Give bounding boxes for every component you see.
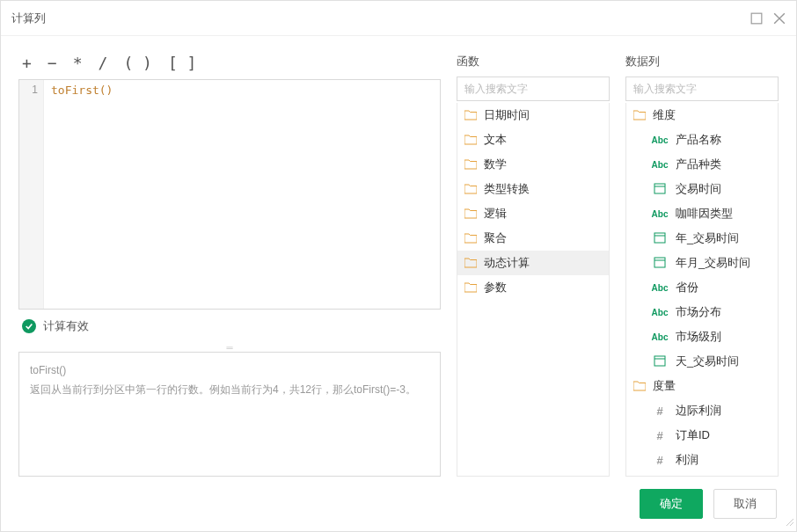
op-parens[interactable]: ( ) — [123, 54, 152, 72]
column-item-label: 利润 — [676, 452, 698, 468]
column-item[interactable]: Abc产品名称 — [626, 128, 778, 152]
column-item[interactable]: #区域代码 — [626, 472, 778, 477]
maximize-icon[interactable] — [750, 12, 763, 25]
column-item[interactable]: 年_交易时间 — [626, 226, 778, 251]
dialog-content: + − * / ( ) [ ] 1 toFirst() 计算有效 ═ — [1, 36, 796, 477]
close-icon[interactable] — [773, 12, 786, 25]
number-type-icon: # — [651, 454, 669, 467]
svg-rect-3 — [654, 233, 665, 243]
function-category-label: 日期时间 — [484, 107, 530, 123]
function-category-label: 类型转换 — [484, 181, 530, 197]
splitter-handle[interactable]: ═ — [18, 343, 441, 352]
description-name: toFirst() — [30, 361, 429, 381]
text-type-icon: Abc — [651, 160, 669, 170]
column-item-label: 产品种类 — [676, 157, 721, 172]
function-category-label: 数学 — [484, 157, 507, 172]
calculated-column-dialog: 计算列 + − * / ( ) [ ] 1 toFir — [0, 0, 797, 532]
resize-grip-icon[interactable] — [784, 516, 794, 529]
column-item-label: 边际利润 — [676, 403, 721, 419]
function-category[interactable]: 日期时间 — [457, 103, 609, 128]
svg-rect-5 — [654, 258, 665, 267]
function-category[interactable]: 参数 — [457, 275, 609, 300]
column-item[interactable]: Abc咖啡因类型 — [626, 201, 778, 226]
dialog-footer: 确定 取消 — [1, 477, 796, 531]
status-text: 计算有效 — [43, 318, 89, 334]
number-type-icon: # — [651, 404, 669, 418]
line-number: 1 — [21, 84, 38, 96]
cancel-button[interactable]: 取消 — [713, 489, 777, 519]
function-category-label: 逻辑 — [484, 206, 507, 222]
text-type-icon: Abc — [651, 332, 669, 342]
column-item-label: 市场级别 — [676, 329, 721, 345]
number-type-icon: # — [651, 429, 669, 442]
columns-search-input[interactable] — [625, 77, 779, 101]
formula-code[interactable]: toFirst() — [44, 80, 440, 309]
formula-editor[interactable]: 1 toFirst() — [18, 79, 441, 310]
date-type-icon — [651, 182, 669, 196]
window-controls — [750, 12, 786, 25]
op-plus[interactable]: + — [22, 54, 32, 72]
column-item-label: 咖啡因类型 — [676, 206, 733, 222]
text-type-icon: Abc — [651, 308, 669, 317]
op-divide[interactable]: / — [99, 54, 108, 72]
operator-toolbar: + − * / ( ) [ ] — [18, 54, 441, 79]
editor-column: + − * / ( ) [ ] 1 toFirst() 计算有效 ═ — [18, 54, 441, 477]
column-group[interactable]: 维度 — [626, 103, 778, 128]
columns-header: 数据列 — [625, 54, 779, 77]
functions-tree[interactable]: 日期时间文本数学类型转换逻辑聚合动态计算参数 — [457, 103, 610, 477]
function-category-label: 聚合 — [484, 230, 507, 246]
column-group-label: 维度 — [653, 107, 676, 123]
validation-status: 计算有效 — [18, 310, 441, 343]
column-item-label: 交易时间 — [676, 181, 721, 197]
description-box: toFirst() 返回从当前行到分区中第一行的行数。例如当前行为4，共12行，… — [18, 352, 441, 477]
svg-rect-7 — [654, 356, 665, 366]
column-item[interactable]: #利润 — [626, 448, 778, 472]
text-type-icon: Abc — [651, 209, 669, 219]
columns-panel: 数据列 维度Abc产品名称Abc产品种类交易时间Abc咖啡因类型年_交易时间年月… — [625, 54, 779, 477]
column-item-label: 市场分布 — [676, 304, 721, 320]
functions-header: 函数 — [457, 54, 610, 77]
column-item[interactable]: Abc市场级别 — [626, 324, 778, 349]
function-category[interactable]: 数学 — [457, 152, 609, 177]
column-item[interactable]: Abc省份 — [626, 275, 778, 300]
columns-tree[interactable]: 维度Abc产品名称Abc产品种类交易时间Abc咖啡因类型年_交易时间年月_交易时… — [625, 103, 779, 477]
column-group-label: 度量 — [653, 378, 676, 394]
svg-rect-0 — [751, 13, 762, 24]
column-item-label: 年月_交易时间 — [676, 255, 750, 271]
ok-button[interactable]: 确定 — [640, 489, 703, 519]
title-bar: 计算列 — [1, 1, 796, 36]
date-type-icon — [651, 231, 669, 245]
column-item[interactable]: 天_交易时间 — [626, 349, 778, 374]
functions-search-input[interactable] — [457, 77, 610, 101]
column-item-label: 产品名称 — [676, 132, 721, 148]
function-category[interactable]: 类型转换 — [457, 177, 609, 201]
column-item[interactable]: 年月_交易时间 — [626, 251, 778, 275]
column-group[interactable]: 度量 — [626, 374, 778, 398]
functions-panel: 函数 日期时间文本数学类型转换逻辑聚合动态计算参数 — [457, 54, 610, 477]
column-item[interactable]: Abc市场分布 — [626, 300, 778, 324]
svg-rect-1 — [654, 184, 665, 193]
text-type-icon: Abc — [651, 135, 669, 145]
date-type-icon — [651, 354, 669, 368]
column-item[interactable]: #边际利润 — [626, 398, 778, 423]
dialog-title: 计算列 — [11, 11, 750, 26]
check-icon — [22, 319, 36, 333]
column-item[interactable]: #订单ID — [626, 423, 778, 448]
column-item-label: 省份 — [676, 280, 698, 295]
line-gutter: 1 — [19, 80, 44, 309]
function-category[interactable]: 聚合 — [457, 226, 609, 251]
function-category[interactable]: 文本 — [457, 128, 609, 152]
text-type-icon: Abc — [651, 283, 669, 293]
column-item[interactable]: 交易时间 — [626, 177, 778, 201]
function-category-label: 参数 — [484, 280, 507, 295]
column-item-label: 天_交易时间 — [676, 353, 739, 369]
column-item-label: 年_交易时间 — [676, 230, 739, 246]
column-item[interactable]: Abc产品种类 — [626, 152, 778, 177]
op-minus[interactable]: − — [48, 54, 57, 72]
op-multiply[interactable]: * — [73, 54, 83, 72]
date-type-icon — [651, 256, 669, 270]
function-category[interactable]: 逻辑 — [457, 201, 609, 226]
function-category[interactable]: 动态计算 — [457, 251, 609, 275]
function-category-label: 文本 — [484, 132, 507, 148]
op-brackets[interactable]: [ ] — [168, 54, 197, 72]
